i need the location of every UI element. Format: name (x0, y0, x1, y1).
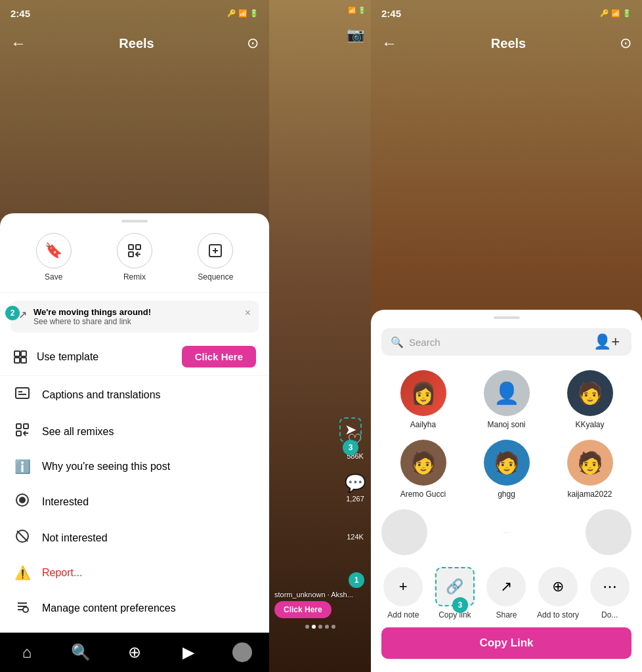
add-note-label: Add note (387, 610, 419, 620)
contact-manoj[interactable]: 👤 Manoj soni (465, 365, 548, 434)
add-contact-button[interactable]: 👤+ (593, 333, 620, 350)
svg-rect-15 (16, 431, 21, 436)
partial-avatar-2 (586, 509, 631, 555)
mid-bottom-bar: storm_unknown · Aksh... Click Here 1 (269, 591, 371, 633)
add-note-action[interactable]: + Add note (380, 567, 426, 620)
send-icon: ➤ (345, 421, 356, 438)
click-here-middle[interactable]: Click Here (274, 601, 332, 618)
contacts-grid: 👩 Aailyha 👤 Manoj soni 🧑 (371, 365, 642, 504)
sequence-action[interactable]: Sequence (198, 233, 233, 282)
comment-count: 1,267 (346, 495, 364, 503)
nav-home[interactable]: ⌂ (14, 639, 40, 665)
save-label: Save (45, 272, 62, 282)
notif-close-button[interactable]: × (245, 307, 251, 319)
more-action[interactable]: ⋯ Do... (587, 567, 633, 620)
share-icon: ↗ (486, 567, 526, 606)
dot-4 (325, 625, 329, 629)
bottom-sheet-left: 🔖 Save Remix Sequence 2 ↗ (0, 213, 269, 633)
contact-aailyha[interactable]: 👩 Aailyha (381, 365, 465, 434)
search-placeholder[interactable]: Search (409, 337, 588, 348)
notification-badge: 2 (5, 306, 20, 320)
badge-1: 1 (349, 572, 364, 588)
camera-button-middle[interactable]: 📷 (347, 26, 364, 43)
share-actions-row: + Add note 🔗 Copy link ↗ Share ⊕ (371, 560, 642, 620)
status-icons-middle: 📶 🔋 (348, 7, 366, 14)
nav-profile[interactable] (229, 639, 255, 665)
add-note-icon: + (383, 567, 423, 606)
camera-button-left[interactable]: ⊙ (247, 35, 259, 52)
dot-3 (318, 625, 322, 629)
share-badge: ➤ (339, 417, 362, 442)
share-action-middle[interactable]: ➤ 3 124K (347, 516, 364, 541)
camera-button-right[interactable]: ⊙ (620, 35, 631, 52)
svg-line-19 (17, 531, 28, 541)
not-interested-item[interactable]: Not interested (0, 520, 269, 556)
why-seeing-icon: ℹ️ (13, 459, 32, 474)
search-icon-right: 🔍 (391, 336, 404, 348)
click-here-button-left[interactable]: Click Here (182, 346, 256, 368)
status-bar-right: 2:45 🔑 📶 🔋 (371, 0, 642, 26)
manage-content-icon (13, 599, 32, 617)
status-time-left: 2:45 (11, 8, 30, 19)
share-action-item[interactable]: ↗ Share (483, 567, 529, 620)
notification-banner: 2 ↗ We're moving things around! See wher… (11, 301, 259, 333)
svg-rect-6 (14, 351, 20, 356)
contact-ghgg[interactable]: 🧑 ghgg (465, 434, 548, 504)
badge-3: 3 (452, 597, 468, 613)
interested-item[interactable]: Interested (0, 484, 269, 520)
middle-panel: 📶 🔋 📷 ♡ 586K 💬 1,267 ➤ 3 124K s (269, 0, 371, 672)
not-interested-label: Not interested (42, 532, 108, 544)
svg-rect-0 (129, 245, 133, 249)
status-bar-middle: 📶 🔋 (269, 0, 371, 20)
nav-create[interactable]: ⊕ (121, 639, 148, 665)
add-to-story-label: Add to story (537, 610, 579, 620)
copy-link-button[interactable]: Copy Link (381, 627, 631, 659)
svg-rect-10 (16, 388, 29, 398)
contact-name-kkyalay: KKyalay (575, 420, 604, 429)
avatar-manoj: 👤 (484, 370, 530, 416)
status-time-right: 2:45 (381, 8, 401, 19)
contact-aremo[interactable]: 🧑 Aremo Gucci (381, 434, 465, 504)
status-icons-right: 🔑 📶 🔋 (600, 9, 631, 18)
svg-point-23 (23, 607, 28, 612)
see-all-remixes-label: See all remixes (42, 426, 114, 438)
contact-name-ghgg: ghgg (498, 490, 515, 499)
use-template-label: Use template (37, 351, 98, 363)
see-all-remixes-item[interactable]: See all remixes (0, 413, 269, 450)
reels-title-left: Reels (119, 36, 154, 51)
top-bar-left: ← Reels ⊙ (0, 26, 269, 60)
nav-search[interactable]: 🔍 (68, 639, 94, 665)
copy-link-action[interactable]: 🔗 Copy link (432, 567, 478, 620)
not-interested-icon (13, 529, 32, 547)
sequence-icon-circle (198, 233, 233, 268)
nav-reels[interactable]: ▶ (175, 639, 202, 665)
report-item[interactable]: ⚠️ Report... (0, 556, 269, 590)
contact-kkyalay[interactable]: 🧑 KKyalay (548, 365, 631, 434)
svg-rect-1 (136, 245, 140, 249)
svg-rect-14 (24, 424, 28, 429)
partial-avatar-1 (381, 509, 427, 555)
back-button-right[interactable]: ← (381, 34, 397, 52)
action-icons-row: 🔖 Save Remix Sequence (0, 233, 269, 293)
remix-action[interactable]: Remix (117, 233, 152, 282)
side-actions: ♡ 586K 💬 1,267 ➤ 3 124K (345, 430, 366, 541)
save-action[interactable]: 🔖 Save (36, 233, 72, 282)
why-seeing-item[interactable]: ℹ️ Why you're seeing this post (0, 450, 269, 484)
contact-kaijama[interactable]: 🧑 kaijama2022 (548, 434, 631, 504)
share-label: Share (496, 610, 517, 620)
captions-icon (13, 385, 32, 404)
avatar-ghgg: 🧑 (484, 440, 530, 486)
see-all-remixes-icon (13, 423, 32, 440)
dot-2 (312, 625, 316, 629)
dot-1 (305, 625, 309, 629)
share-sheet: 🔍 Search 👤+ 👩 Aailyha 👤 Man (371, 310, 642, 672)
add-to-story-action[interactable]: ⊕ Add to story (535, 567, 581, 620)
reels-title-right: Reels (491, 36, 526, 51)
notif-title: We're moving things around! (33, 307, 238, 317)
avatar-kkyalay: 🧑 (567, 370, 613, 416)
captions-menu-item[interactable]: Captions and translations (0, 376, 269, 413)
back-button-left[interactable]: ← (11, 34, 26, 52)
comment-action[interactable]: 💬 1,267 (345, 473, 366, 503)
manage-content-item[interactable]: Manage content preferences (0, 590, 269, 626)
share-sheet-handle (494, 316, 520, 319)
